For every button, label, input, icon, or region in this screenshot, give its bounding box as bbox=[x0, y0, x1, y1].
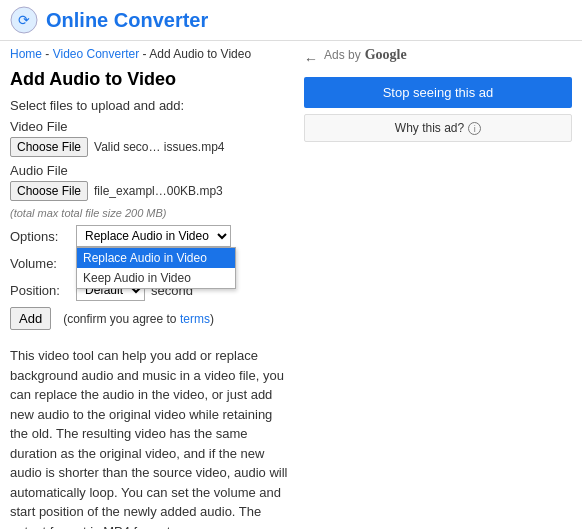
ads-by-text: Ads by bbox=[324, 48, 361, 62]
breadcrumb-home[interactable]: Home bbox=[10, 47, 42, 61]
why-this-ad-button[interactable]: Why this ad? i bbox=[304, 114, 572, 142]
logo-icon: ⟳ bbox=[10, 6, 38, 34]
options-row: Options: Replace Audio in Video Keep Aud… bbox=[10, 225, 292, 247]
add-button[interactable]: Add bbox=[10, 307, 51, 330]
terms-link[interactable]: terms bbox=[180, 312, 210, 326]
svg-text:⟳: ⟳ bbox=[18, 12, 30, 28]
options-dropdown-wrapper: Replace Audio in Video Keep Audio in Vid… bbox=[76, 225, 231, 247]
choose-video-file-button[interactable]: Choose File bbox=[10, 137, 88, 157]
options-select[interactable]: Replace Audio in Video Keep Audio in Vid… bbox=[76, 225, 231, 247]
why-this-ad-text: Why this ad? bbox=[395, 121, 464, 135]
description: This video tool can help you add or repl… bbox=[10, 346, 292, 529]
ad-header-row: ← Ads by Google bbox=[304, 47, 572, 71]
info-icon: i bbox=[468, 122, 481, 135]
volume-label: Volume: bbox=[10, 256, 70, 271]
audio-file-label: Audio File bbox=[10, 163, 292, 178]
description-paragraph: This video tool can help you add or repl… bbox=[10, 346, 292, 529]
video-file-row: Choose File Valid seco… issues.mp4 bbox=[10, 137, 292, 157]
left-panel: Home - Video Converter - Add Audio to Vi… bbox=[10, 47, 304, 529]
confirm-text: (confirm you agree to terms) bbox=[63, 312, 214, 326]
page-title: Add Audio to Video bbox=[10, 69, 292, 90]
dropdown-open: Replace Audio in Video Keep Audio in Vid… bbox=[76, 247, 236, 289]
breadcrumb-video-converter[interactable]: Video Converter bbox=[53, 47, 140, 61]
breadcrumb-current: Add Audio to Video bbox=[149, 47, 251, 61]
stop-seeing-button[interactable]: Stop seeing this ad bbox=[304, 77, 572, 108]
video-file-label: Video File bbox=[10, 119, 292, 134]
logo-link[interactable]: Online Converter bbox=[46, 9, 208, 32]
audio-file-name: file_exampl…00KB.mp3 bbox=[94, 184, 223, 198]
file-size-note: (total max total file size 200 MB) bbox=[10, 207, 292, 219]
ads-by-google: Ads by Google bbox=[324, 47, 407, 63]
add-row: Add (confirm you agree to terms) bbox=[10, 307, 292, 330]
position-label: Position: bbox=[10, 283, 70, 298]
select-label: Select files to upload and add: bbox=[10, 98, 292, 113]
back-arrow-icon[interactable]: ← bbox=[304, 51, 318, 67]
dropdown-item-keep[interactable]: Keep Audio in Video bbox=[77, 268, 235, 288]
dropdown-item-replace[interactable]: Replace Audio in Video bbox=[77, 248, 235, 268]
options-label: Options: bbox=[10, 229, 70, 244]
breadcrumb: Home - Video Converter - Add Audio to Vi… bbox=[10, 47, 292, 61]
audio-file-row: Choose File file_exampl…00KB.mp3 bbox=[10, 181, 292, 201]
header: ⟳ Online Converter bbox=[0, 0, 582, 41]
video-file-name: Valid seco… issues.mp4 bbox=[94, 140, 225, 154]
ad-panel: ← Ads by Google Stop seeing this ad Why … bbox=[304, 47, 572, 529]
choose-audio-file-button[interactable]: Choose File bbox=[10, 181, 88, 201]
google-text: Google bbox=[365, 47, 407, 63]
